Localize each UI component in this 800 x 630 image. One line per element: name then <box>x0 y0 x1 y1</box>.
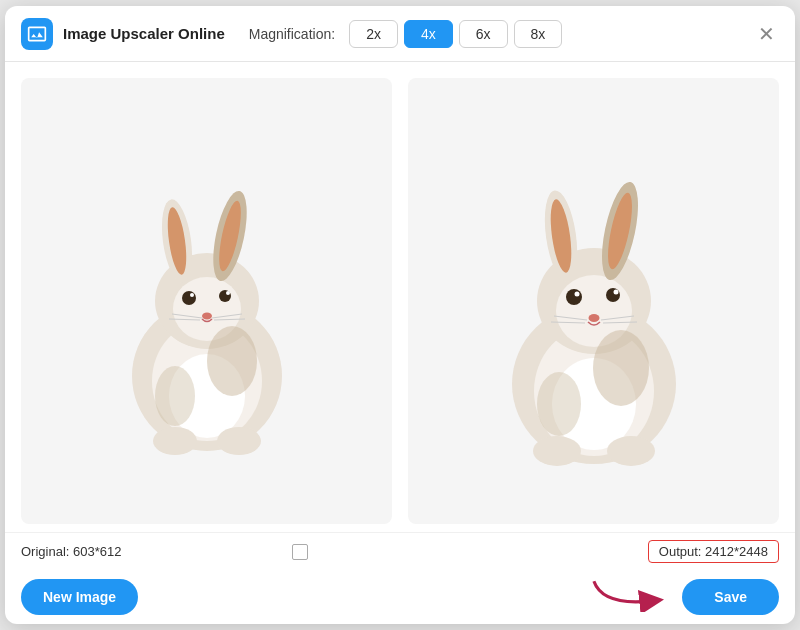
svg-point-37 <box>588 314 599 322</box>
mag-btn-2x[interactable]: 2x <box>349 20 398 48</box>
magnification-label: Magnification: <box>249 26 335 42</box>
magnification-buttons: 2x 4x 6x 8x <box>349 20 562 48</box>
titlebar: Image Upscaler Online Magnification: 2x … <box>5 6 795 62</box>
mag-btn-8x[interactable]: 8x <box>514 20 563 48</box>
save-button[interactable]: Save <box>682 579 779 615</box>
svg-point-43 <box>607 436 655 466</box>
app-window: Image Upscaler Online Magnification: 2x … <box>5 6 795 624</box>
svg-point-44 <box>593 330 649 406</box>
images-area <box>5 62 795 532</box>
svg-point-33 <box>566 289 582 305</box>
original-image-panel <box>21 78 392 524</box>
svg-point-10 <box>182 291 196 305</box>
svg-point-42 <box>533 436 581 466</box>
svg-point-20 <box>217 427 261 455</box>
app-icon <box>21 18 53 50</box>
svg-point-34 <box>574 292 579 297</box>
svg-point-14 <box>202 313 212 320</box>
mag-btn-4x[interactable]: 4x <box>404 20 453 48</box>
output-info: Output: 2412*2448 <box>648 540 779 563</box>
original-rabbit-image <box>67 146 347 456</box>
save-arrow-icon <box>585 572 665 612</box>
app-title: Image Upscaler Online <box>63 25 225 42</box>
close-button[interactable]: ✕ <box>754 20 779 48</box>
original-info: Original: 603*612 <box>21 544 121 559</box>
svg-point-35 <box>606 288 620 302</box>
compare-icon <box>292 544 308 560</box>
statusbar: Original: 603*612 Output: 2412*2448 <box>5 532 795 570</box>
arrow-container <box>585 572 665 616</box>
output-image-panel <box>408 78 779 524</box>
app-logo-icon <box>27 24 47 44</box>
output-rabbit-image <box>439 136 749 466</box>
svg-point-19 <box>153 427 197 455</box>
svg-point-13 <box>226 291 230 295</box>
mag-btn-6x[interactable]: 6x <box>459 20 508 48</box>
svg-point-21 <box>207 326 257 396</box>
svg-point-22 <box>155 366 195 426</box>
svg-point-11 <box>190 293 194 297</box>
svg-point-36 <box>613 290 618 295</box>
svg-point-45 <box>537 372 581 436</box>
new-image-button[interactable]: New Image <box>21 579 138 615</box>
bottombar: New Image Save <box>5 570 795 624</box>
